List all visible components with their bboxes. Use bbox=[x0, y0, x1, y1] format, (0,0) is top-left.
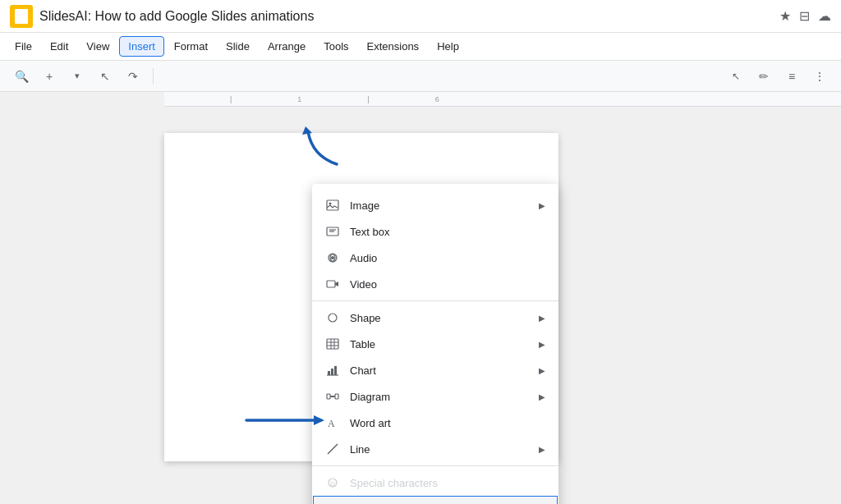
menu-bar: File Edit View Insert Format Slide Arran… bbox=[0, 33, 841, 61]
table-arrow: ▶ bbox=[539, 340, 545, 349]
svg-rect-18 bbox=[331, 369, 333, 375]
app-icon-inner bbox=[15, 9, 28, 24]
folder-icon[interactable]: ⊟ bbox=[799, 8, 810, 24]
cursor-button[interactable]: ↖ bbox=[94, 65, 117, 88]
title-bar: SlidesAI: How to add Google Slides anima… bbox=[0, 0, 841, 33]
line-arrow: ▶ bbox=[539, 445, 545, 454]
cursor-tool[interactable]: ↖ bbox=[724, 65, 747, 88]
menu-format[interactable]: Format bbox=[166, 37, 216, 56]
svg-point-4 bbox=[329, 203, 332, 205]
menu-item-video[interactable]: Video bbox=[312, 271, 558, 297]
menu-item-animation[interactable]: Animation bbox=[313, 496, 558, 504]
menu-item-textbox[interactable]: Text box bbox=[312, 218, 558, 245]
zoom-dropdown[interactable]: ▾ bbox=[66, 65, 89, 88]
menu-help[interactable]: Help bbox=[429, 37, 467, 56]
table-label: Table bbox=[350, 338, 529, 351]
menu-item-special-chars: Ω Special characters bbox=[312, 470, 558, 496]
menu-tools[interactable]: Tools bbox=[315, 37, 356, 56]
chart-icon bbox=[325, 363, 340, 378]
animation-arrow-annotation bbox=[238, 396, 337, 447]
chart-arrow: ▶ bbox=[539, 366, 545, 375]
more-tool[interactable]: ⋮ bbox=[808, 65, 831, 88]
menu-item-shape[interactable]: Shape ▶ bbox=[312, 305, 558, 331]
svg-rect-12 bbox=[327, 339, 338, 349]
video-icon bbox=[325, 277, 340, 291]
video-label: Video bbox=[350, 278, 545, 291]
image-label: Image bbox=[350, 199, 529, 212]
ruler-horizontal: | 1 | 6 bbox=[164, 92, 841, 107]
audio-icon bbox=[325, 250, 340, 265]
menu-slide[interactable]: Slide bbox=[218, 37, 258, 56]
insert-arrow-annotation bbox=[296, 123, 345, 175]
svg-point-9 bbox=[331, 256, 334, 259]
menu-insert[interactable]: Insert bbox=[119, 36, 164, 57]
toolbar-divider-1 bbox=[153, 68, 154, 85]
wordart-label: Word art bbox=[350, 417, 545, 429]
pencil-tool[interactable]: ✏ bbox=[752, 65, 775, 88]
menu-item-table[interactable]: Table ▶ bbox=[312, 331, 558, 357]
title-icons: ★ ⊟ ☁ bbox=[779, 8, 831, 24]
shape-icon bbox=[325, 310, 340, 325]
menu-section-special: Ω Special characters Animation bbox=[312, 466, 558, 504]
star-icon[interactable]: ★ bbox=[779, 8, 791, 24]
zoom-button[interactable]: 🔍 bbox=[10, 65, 33, 88]
image-arrow: ▶ bbox=[539, 201, 545, 210]
insert-arrow-svg bbox=[296, 123, 345, 172]
menu-edit[interactable]: Edit bbox=[42, 37, 76, 56]
text-align-tool[interactable]: ≡ bbox=[780, 65, 803, 88]
special-chars-icon: Ω bbox=[325, 475, 340, 490]
menu-extensions[interactable]: Extensions bbox=[359, 37, 428, 56]
animation-arrow-svg bbox=[238, 396, 337, 445]
shape-arrow: ▶ bbox=[539, 314, 545, 323]
table-icon bbox=[325, 337, 340, 351]
menu-item-wordart[interactable]: A Word art bbox=[312, 410, 558, 436]
menu-view[interactable]: View bbox=[78, 37, 117, 56]
main-area: | 1 | 6 ation bbox=[0, 92, 841, 504]
svg-point-11 bbox=[329, 314, 337, 322]
menu-section-media: Image ▶ Text box Audio Video bbox=[312, 189, 558, 301]
redo-button[interactable]: ↷ bbox=[122, 65, 145, 88]
menu-arrange[interactable]: Arrange bbox=[260, 37, 314, 56]
cloud-icon[interactable]: ☁ bbox=[818, 8, 831, 24]
svg-rect-3 bbox=[327, 200, 338, 210]
menu-section-shapes: Shape ▶ Table ▶ Chart ▶ bbox=[312, 301, 558, 466]
svg-rect-10 bbox=[327, 281, 335, 287]
special-chars-label: Special characters bbox=[350, 477, 545, 489]
svg-marker-37 bbox=[302, 126, 312, 135]
svg-rect-17 bbox=[328, 371, 330, 375]
menu-file[interactable]: File bbox=[7, 37, 40, 56]
svg-rect-19 bbox=[334, 366, 337, 375]
textbox-icon bbox=[325, 224, 340, 239]
shape-label: Shape bbox=[350, 312, 529, 324]
menu-item-image[interactable]: Image ▶ bbox=[312, 192, 558, 218]
chart-label: Chart bbox=[350, 364, 529, 377]
svg-text:Ω: Ω bbox=[330, 480, 335, 488]
menu-item-line[interactable]: Line ▶ bbox=[312, 436, 558, 462]
svg-marker-38 bbox=[314, 415, 324, 425]
app-icon bbox=[10, 5, 33, 28]
menu-item-audio[interactable]: Audio bbox=[312, 245, 558, 271]
audio-label: Audio bbox=[350, 252, 545, 264]
diagram-label: Diagram bbox=[350, 391, 529, 403]
menu-item-diagram[interactable]: Diagram ▶ bbox=[312, 383, 558, 410]
diagram-arrow: ▶ bbox=[539, 392, 545, 401]
image-icon bbox=[325, 198, 340, 213]
page-title: SlidesAI: How to add Google Slides anima… bbox=[39, 9, 773, 24]
line-label: Line bbox=[350, 443, 529, 456]
toolbar: 🔍 + ▾ ↖ ↷ ↖ ✏ ≡ ⋮ bbox=[0, 61, 841, 92]
textbox-label: Text box bbox=[350, 226, 545, 238]
menu-item-chart[interactable]: Chart ▶ bbox=[312, 357, 558, 383]
add-button[interactable]: + bbox=[38, 65, 61, 88]
insert-dropdown-menu: Image ▶ Text box Audio Video bbox=[312, 184, 558, 504]
